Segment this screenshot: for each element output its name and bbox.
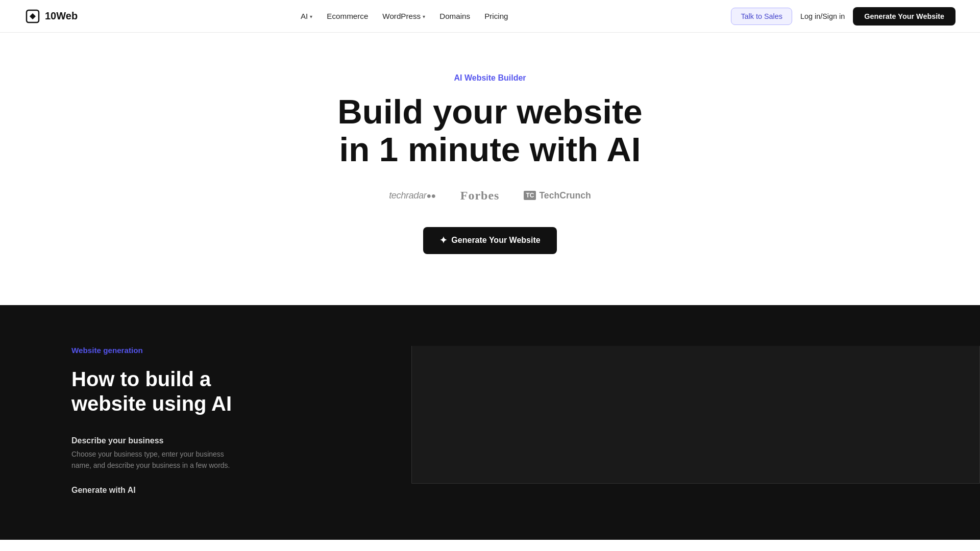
nav-item-domains[interactable]: Domains xyxy=(439,12,470,20)
forbes-logo: Forbes xyxy=(460,189,500,203)
hero-label: AI Website Builder xyxy=(454,73,526,83)
hero-section: AI Website Builder Build your website in… xyxy=(0,33,980,305)
nav-item-pricing[interactable]: Pricing xyxy=(484,12,508,20)
nav-right: Talk to Sales Log in/Sign in Generate Yo… xyxy=(731,7,955,26)
dark-left-content: Website generation How to build a websit… xyxy=(0,346,411,540)
sparkle-icon: ✦ xyxy=(439,235,447,246)
press-logos: techradar●● Forbes TC TechCrunch xyxy=(389,189,591,203)
nav-item-wordpress[interactable]: WordPress ▾ xyxy=(382,12,425,20)
techcrunch-logo: TC TechCrunch xyxy=(524,190,591,201)
chevron-down-icon: ▾ xyxy=(423,13,425,19)
brand-logo[interactable]: 10Web xyxy=(24,8,78,24)
section-label: Website generation xyxy=(71,346,411,355)
nav-item-ai[interactable]: AI ▾ xyxy=(301,12,312,20)
generate-website-nav-button[interactable]: Generate Your Website xyxy=(853,7,955,26)
navbar: 10Web AI ▾ Ecommerce WordPress ▾ Domains… xyxy=(0,0,980,33)
chevron-down-icon: ▾ xyxy=(310,13,312,19)
nav-links: AI ▾ Ecommerce WordPress ▾ Domains Prici… xyxy=(301,12,508,20)
hero-title: Build your website in 1 minute with AI xyxy=(337,93,642,168)
generate-website-hero-button[interactable]: ✦ Generate Your Website xyxy=(423,227,556,254)
step-1: Describe your business Choose your busin… xyxy=(71,436,411,471)
website-generation-section: Website generation How to build a websit… xyxy=(0,305,980,540)
dark-right-video xyxy=(411,346,980,540)
techradar-logo: techradar●● xyxy=(389,190,436,201)
tc-icon: TC xyxy=(524,191,536,200)
step-2: Generate with AI xyxy=(71,486,411,495)
login-button[interactable]: Log in/Sign in xyxy=(800,12,845,20)
talk-to-sales-button[interactable]: Talk to Sales xyxy=(731,8,792,25)
brand-name: 10Web xyxy=(45,10,78,22)
section-title: How to build a website using AI xyxy=(71,367,411,416)
nav-item-ecommerce[interactable]: Ecommerce xyxy=(327,12,368,20)
video-placeholder xyxy=(411,346,980,484)
